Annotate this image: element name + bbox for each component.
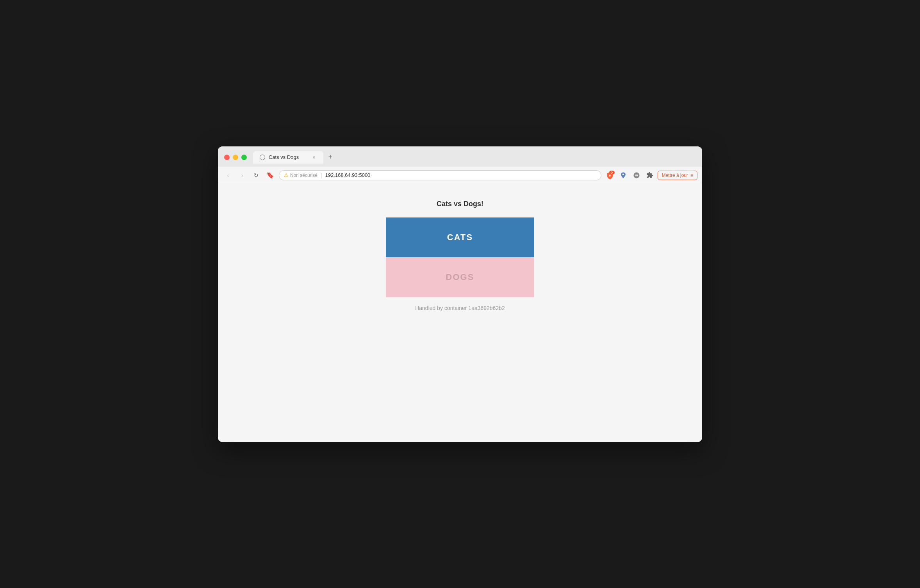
- page-title: Cats vs Dogs!: [437, 200, 483, 208]
- close-button[interactable]: [224, 155, 230, 160]
- vpn-icon: [620, 172, 627, 179]
- browser-window: Cats vs Dogs × + ‹ › ↻ 🔖 ⚠ Non sécurisé …: [218, 146, 702, 442]
- nav-bar: ‹ › ↻ 🔖 ⚠ Non sécurisé | 192.168.64.93:5…: [218, 167, 702, 184]
- warning-icon: ⚠: [284, 172, 289, 178]
- extensions-button[interactable]: [644, 170, 655, 181]
- traffic-lights: [224, 155, 247, 160]
- tabs-row: Cats vs Dogs × +: [253, 151, 696, 164]
- puzzle-icon: [646, 172, 653, 179]
- url-text: 192.168.64.93:5000: [325, 172, 371, 178]
- update-label: Mettre à jour: [662, 173, 688, 178]
- vpn-extension-icon[interactable]: [618, 170, 629, 181]
- maximize-button[interactable]: [241, 155, 247, 160]
- privacy-icon: W: [633, 172, 640, 179]
- active-tab[interactable]: Cats vs Dogs ×: [253, 151, 323, 164]
- shield-badge: 0: [609, 171, 615, 175]
- bookmark-button[interactable]: 🔖: [265, 170, 276, 181]
- container-info: Handled by container 1aa3692b62b2: [415, 305, 505, 311]
- cats-vote-button[interactable]: CATS: [386, 217, 534, 257]
- address-bar[interactable]: ⚠ Non sécurisé | 192.168.64.93:5000: [279, 170, 601, 180]
- title-bar: Cats vs Dogs × +: [218, 146, 702, 167]
- new-tab-button[interactable]: +: [325, 152, 336, 163]
- dogs-vote-button[interactable]: DOGS: [386, 257, 534, 297]
- vote-container: CATS DOGS: [386, 217, 534, 297]
- security-warning: ⚠ Non sécurisé: [284, 172, 317, 178]
- menu-icon: ≡: [690, 173, 693, 178]
- tab-title: Cats vs Dogs: [269, 154, 308, 160]
- reload-button[interactable]: ↻: [251, 170, 262, 181]
- page-content: Cats vs Dogs! CATS DOGS Handled by conta…: [218, 184, 702, 442]
- svg-text:W: W: [635, 174, 638, 177]
- tab-favicon: [259, 154, 266, 160]
- security-text: Non sécurisé: [290, 173, 317, 178]
- nav-right: B 0 W M: [604, 170, 697, 181]
- address-separator: |: [321, 172, 322, 178]
- globe-icon: [260, 155, 265, 160]
- forward-button[interactable]: ›: [237, 170, 248, 181]
- privacy-extension-icon[interactable]: W: [631, 170, 642, 181]
- back-button[interactable]: ‹: [223, 170, 234, 181]
- svg-point-1: [622, 173, 624, 175]
- minimize-button[interactable]: [233, 155, 238, 160]
- tab-close-button[interactable]: ×: [311, 154, 317, 160]
- update-button[interactable]: Mettre à jour ≡: [658, 171, 697, 180]
- brave-shield-button[interactable]: B 0: [604, 170, 615, 181]
